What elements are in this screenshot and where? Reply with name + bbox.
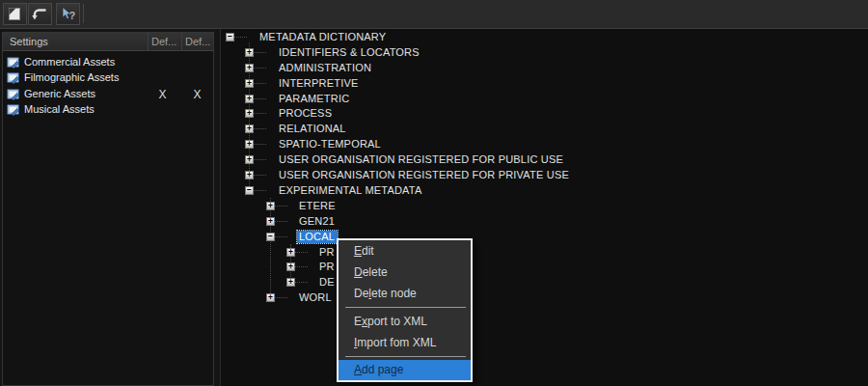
tree-node-label[interactable]: INTERPRETIVE <box>279 77 358 89</box>
tree-connector <box>254 159 266 160</box>
toolbar: ? <box>0 0 868 29</box>
undo-button[interactable] <box>28 3 52 25</box>
tree-node-label[interactable]: USER ORGANISATION REGISTERED FOR PRIVATE… <box>279 169 569 180</box>
tree-row: + IDENTIFIERS & LOCATORS <box>221 45 868 61</box>
list-item[interactable]: Commercial Assets <box>4 55 212 70</box>
expand-toggle[interactable]: − <box>245 186 254 195</box>
expand-toggle[interactable]: + <box>245 109 254 118</box>
tree-node-label[interactable]: EXPERIMENTAL METADATA <box>279 184 421 196</box>
def-column-header-2[interactable]: Def... <box>181 33 215 51</box>
menu-separator <box>345 356 466 357</box>
fill-corner-icon <box>8 7 22 21</box>
expand-toggle[interactable]: + <box>245 155 254 164</box>
tree-connector <box>254 175 266 176</box>
tree-connector <box>254 128 266 129</box>
tree-connector <box>275 297 287 298</box>
tree-node-label[interactable]: PR <box>319 261 335 272</box>
tree-connector <box>295 252 308 253</box>
tree-row: + RELATIONAL <box>221 122 868 137</box>
toolbar-separator <box>83 4 84 23</box>
asset-form-icon <box>7 103 20 117</box>
expand-toggle[interactable]: + <box>245 79 254 88</box>
context-menu: Edit Delete Delete node Export to XML Im… <box>337 238 473 382</box>
context-menu-item-delete-node[interactable]: Delete node <box>339 283 471 304</box>
metadata-tree: − METADATA DICTIONARY + IDENTIFIERS & LO… <box>220 29 868 386</box>
tree-connector <box>254 68 266 69</box>
tree-node-label[interactable]: DE <box>319 276 335 288</box>
expand-toggle[interactable]: + <box>245 95 254 103</box>
tree-node-label[interactable]: ETERE <box>299 200 336 211</box>
def-column-header-1[interactable]: Def... <box>148 33 181 51</box>
tree-node-label[interactable]: RELATIONAL <box>279 123 346 134</box>
tree-connector <box>275 206 287 207</box>
menu-separator <box>345 307 466 308</box>
expand-toggle[interactable]: + <box>286 248 295 257</box>
tree-connector <box>254 190 266 191</box>
tree-connector <box>254 52 266 53</box>
expand-toggle[interactable]: + <box>286 262 295 271</box>
tree-row: + GEN21 <box>221 214 868 230</box>
tree-node-label-selected[interactable]: LOCAL <box>297 231 338 243</box>
tree-row: + PR <box>221 245 868 261</box>
tree-row: − METADATA DICTIONARY <box>221 30 868 45</box>
tree-connector <box>254 144 266 145</box>
help-cursor-icon: ? <box>60 7 77 22</box>
tree-node-label[interactable]: WORL <box>299 291 332 303</box>
settings-header: Settings Def... Def... <box>3 33 213 51</box>
expand-toggle[interactable]: − <box>266 233 275 241</box>
expand-toggle[interactable]: + <box>286 278 295 287</box>
tree-node-label[interactable]: SPATIO-TEMPORAL <box>279 138 381 150</box>
tree-row: + USER ORGANISATION REGISTERED FOR PRIVA… <box>221 168 868 183</box>
tree-row: − LOCAL <box>221 230 868 245</box>
tree-row: + DE <box>221 275 868 290</box>
context-menu-item-add-page[interactable]: Add page <box>339 360 471 380</box>
expand-toggle[interactable]: + <box>266 202 275 210</box>
expand-toggle[interactable]: + <box>266 293 275 302</box>
tree-node-label[interactable]: PR <box>319 246 335 258</box>
tree-row: + ETERE <box>221 199 868 214</box>
tree-node-label[interactable]: PARAMETRIC <box>279 93 349 104</box>
tree-node-label[interactable]: METADATA DICTIONARY <box>259 31 386 42</box>
list-item-label: Musical Assets <box>24 103 95 115</box>
context-menu-item-export-xml[interactable]: Export to XML <box>339 311 471 332</box>
tree-node-label[interactable]: IDENTIFIERS & LOCATORS <box>279 46 420 58</box>
expand-toggle[interactable]: + <box>245 48 254 57</box>
list-item-label: Generic Assets <box>24 88 95 99</box>
tree-row: + USER ORGANISATION REGISTERED FOR PUBLI… <box>221 152 868 168</box>
list-item-label: Filmographic Assets <box>24 71 119 83</box>
tree-connector <box>295 282 308 283</box>
tree-row: + SPATIO-TEMPORAL <box>221 137 868 152</box>
tree-connector <box>254 83 266 84</box>
context-menu-item-import-xml[interactable]: Import fom XML <box>339 332 471 353</box>
svg-text:?: ? <box>68 9 75 20</box>
settings-panel: Settings Def... Def... Commercial Assets… <box>2 32 214 386</box>
context-menu-item-edit[interactable]: Edit <box>339 240 471 262</box>
context-help-button[interactable]: ? <box>56 3 80 25</box>
expand-toggle[interactable]: − <box>226 33 234 41</box>
tree-node-label[interactable]: ADMINISTRATION <box>279 62 371 73</box>
list-item[interactable]: Generic Assets X X <box>4 87 212 102</box>
list-item[interactable]: Filmographic Assets <box>4 70 212 86</box>
tree-connector <box>254 98 266 99</box>
list-item[interactable]: Musical Assets <box>4 102 212 118</box>
expand-toggle[interactable]: + <box>245 124 254 133</box>
list-item-label: Commercial Assets <box>24 56 115 68</box>
context-menu-item-delete[interactable]: Delete <box>339 262 471 283</box>
asset-form-icon <box>7 88 20 101</box>
tree-row: + WORL <box>221 290 868 306</box>
tree-row: + PROCESS <box>221 106 868 122</box>
asset-form-icon <box>7 56 20 69</box>
tree-row: + PARAMETRIC <box>221 92 868 107</box>
expand-toggle[interactable]: + <box>245 171 254 179</box>
tree-node-label[interactable]: USER ORGANISATION REGISTERED FOR PUBLIC … <box>279 153 563 165</box>
expand-toggle[interactable]: + <box>245 64 254 72</box>
def-mark: X <box>146 88 179 101</box>
tree-node-label[interactable]: GEN21 <box>299 215 335 227</box>
tree-connector <box>295 266 308 267</box>
expand-toggle[interactable]: + <box>245 140 254 149</box>
expand-toggle[interactable]: + <box>266 217 275 226</box>
tree-node-label[interactable]: PROCESS <box>279 107 332 119</box>
fill-corner-button[interactable] <box>3 3 27 25</box>
tree-row: + ADMINISTRATION <box>221 61 868 76</box>
tree-connector <box>275 221 287 222</box>
